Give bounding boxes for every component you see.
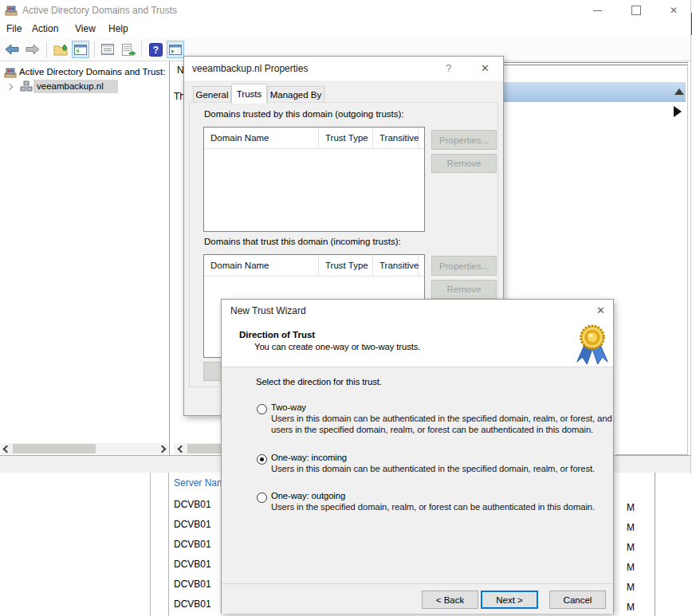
dialog-help-button[interactable]: ? xyxy=(446,62,451,74)
tab-trusts[interactable]: Trusts xyxy=(231,84,267,104)
two-way-description: Users in this domain can be authenticate… xyxy=(271,414,622,435)
server-name-cell: DCVB01 xyxy=(174,499,211,510)
wizard-header: Direction of Trust You can create one-wa… xyxy=(222,321,613,367)
properties-button-toolbar[interactable] xyxy=(99,41,116,58)
new-trust-wizard: New Trust Wizard ✕ Direction of Trust Yo… xyxy=(221,299,614,614)
domain-icon xyxy=(20,80,33,94)
wizard-title-bar: New Trust Wizard ✕ xyxy=(222,300,613,321)
incoming-remove-button[interactable]: Remove xyxy=(431,280,497,299)
console-tree-icon xyxy=(74,45,87,55)
server-name-cell: DCVB01 xyxy=(174,519,211,530)
show-console-tree-button[interactable] xyxy=(72,41,89,58)
up-one-level-button[interactable] xyxy=(52,41,69,58)
radio-two-way-label[interactable]: Two-way xyxy=(271,402,306,412)
server-name-cell: DCVB01 xyxy=(174,539,211,550)
scroll-right-icon[interactable] xyxy=(159,445,167,453)
screen: Active Directory Domains and Trusts ✕ Fi… xyxy=(0,0,692,616)
next-button[interactable]: Next > xyxy=(481,590,538,609)
menu-action[interactable]: Action xyxy=(32,23,58,34)
tree-root-label: Active Directory Domains and Trust: xyxy=(19,67,165,77)
forward-arrow-icon xyxy=(26,44,40,55)
radio-two-way[interactable] xyxy=(257,404,267,414)
scrollbar-thumb[interactable] xyxy=(13,444,96,453)
tree-item-root[interactable]: Active Directory Domains and Trust: xyxy=(0,65,169,80)
column-trust-type[interactable]: Trust Type xyxy=(319,255,373,276)
incoming-trusts-label: Domains that trust this domain (incoming… xyxy=(204,237,401,246)
selected-row-highlight[interactable] xyxy=(504,82,686,102)
outgoing-properties-button[interactable]: Properties... xyxy=(431,130,497,150)
right-cell-fragment: M xyxy=(627,582,635,593)
direction-prompt: Select the direction for this trust. xyxy=(256,377,382,386)
cancel-button[interactable]: Cancel xyxy=(549,590,606,609)
forward-button[interactable] xyxy=(24,41,41,58)
column-domain-name[interactable]: Domain Name xyxy=(204,128,319,148)
right-cell-fragment: M xyxy=(627,602,635,613)
properties-window-icon xyxy=(101,44,114,55)
minimize-button[interactable] xyxy=(584,0,611,21)
export-list-icon xyxy=(122,44,136,56)
list-header: Domain Name Trust Type Transitive xyxy=(204,128,424,149)
tree-domain-label: veeambackup.nl xyxy=(37,81,104,91)
toolbar-separator xyxy=(141,41,142,57)
server-name-cell: DCVB01 xyxy=(174,559,211,570)
window-title: Active Directory Domains and Trusts xyxy=(22,5,177,16)
server-name-cell: DCVB01 xyxy=(174,579,211,590)
menu-view[interactable]: View xyxy=(75,23,96,34)
scroll-left-icon[interactable] xyxy=(178,445,186,453)
right-cell-fragment: M xyxy=(627,562,635,573)
dialog-close-button[interactable]: ✕ xyxy=(481,62,490,74)
outgoing-trusts-list[interactable]: Domain Name Trust Type Transitive xyxy=(203,127,425,232)
medal-ribbon-icon xyxy=(572,323,612,367)
back-arrow-icon xyxy=(5,44,19,55)
tree-item-domain[interactable]: veeambackup.nl xyxy=(0,80,169,94)
wizard-subheading: You can create one-way or two-way trusts… xyxy=(254,342,420,351)
server-name-cell: DCVB01 xyxy=(174,598,211,610)
results-horizontal-scrollbar[interactable] xyxy=(174,443,222,454)
radio-one-way-incoming[interactable] xyxy=(257,454,267,465)
column-domain-name[interactable]: Domain Name xyxy=(204,255,319,276)
column-transitive[interactable]: Transitive xyxy=(373,128,419,148)
sort-ascending-icon[interactable] xyxy=(674,88,684,95)
scroll-left-icon[interactable] xyxy=(3,445,11,453)
one-way-incoming-description: Users in this domain can be authenticate… xyxy=(271,464,626,475)
folder-up-icon xyxy=(53,43,68,56)
tab-managed-by[interactable]: Managed By xyxy=(267,86,324,104)
back-button[interactable]: < Back xyxy=(422,590,478,609)
one-way-outgoing-description: Users in the specified domain, realm, or… xyxy=(271,502,626,513)
dialog-title-bar: veeambackup.nl Properties ? ✕ xyxy=(184,57,503,80)
ad-domains-trusts-icon xyxy=(4,66,17,80)
radio-one-way-incoming-label[interactable]: One-way: incoming xyxy=(271,453,347,462)
radio-one-way-outgoing[interactable] xyxy=(257,492,267,503)
wizard-body: Select the direction for this trust. Two… xyxy=(222,367,613,583)
expand-chevron-icon[interactable] xyxy=(6,84,13,90)
menu-file[interactable]: File xyxy=(6,23,22,34)
close-button[interactable]: ✕ xyxy=(660,0,687,21)
right-cell-fragment: M xyxy=(627,542,635,553)
wizard-heading: Direction of Trust xyxy=(239,330,315,339)
right-cell-fragment: M xyxy=(627,522,635,533)
tab-general[interactable]: General xyxy=(193,86,231,104)
list-header: Domain Name Trust Type Transitive xyxy=(204,255,424,277)
toolbar-separator xyxy=(46,41,47,57)
menu-help[interactable]: Help xyxy=(108,23,128,34)
right-cell-fragment: M xyxy=(627,502,635,513)
outgoing-remove-button[interactable]: Remove xyxy=(431,154,497,173)
scrollbar-thumb[interactable] xyxy=(187,444,222,453)
outgoing-trusts-label: Domains trusted by this domain (outgoing… xyxy=(204,109,404,119)
results-pane-right-border xyxy=(687,61,688,455)
column-trust-type[interactable]: Trust Type xyxy=(319,128,373,148)
incoming-properties-button[interactable]: Properties... xyxy=(431,256,497,276)
results-pane-header-border xyxy=(504,62,687,65)
wizard-close-button[interactable]: ✕ xyxy=(596,304,605,316)
maximize-button[interactable] xyxy=(623,0,650,21)
back-button[interactable] xyxy=(3,41,21,58)
show-action-pane-button[interactable] xyxy=(167,41,184,58)
column-transitive[interactable]: Transitive xyxy=(373,255,419,276)
tree-horizontal-scrollbar[interactable] xyxy=(1,443,168,454)
export-list-button[interactable] xyxy=(120,41,137,58)
help-icon: ? xyxy=(149,43,163,57)
help-button[interactable]: ? xyxy=(147,41,164,58)
action-pane-icon xyxy=(169,45,182,55)
minimize-icon xyxy=(593,10,602,11)
radio-one-way-outgoing-label[interactable]: One-way: outgoing xyxy=(271,491,345,500)
